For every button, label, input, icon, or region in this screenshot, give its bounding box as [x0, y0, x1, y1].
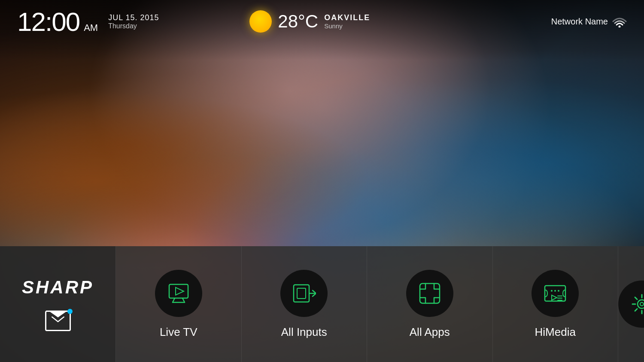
svg-line-29: [635, 309, 637, 311]
menu-item-live-tv[interactable]: Live TV: [116, 246, 242, 362]
date-line2: Thursday: [108, 22, 159, 30]
svg-rect-1: [169, 284, 188, 298]
all-apps-label: All Apps: [410, 326, 450, 339]
all-inputs-icon-circle: [280, 270, 328, 317]
weather-city: OAKVILLE: [324, 13, 370, 22]
svg-line-3: [182, 298, 185, 302]
date-section: JUL 15. 2015 Thursday: [108, 13, 159, 30]
network-section: Network Name: [551, 15, 627, 27]
svg-rect-10: [297, 288, 306, 299]
live-tv-icon-circle: [155, 270, 202, 317]
message-badge: [67, 309, 73, 314]
all-inputs-label: All Inputs: [281, 326, 327, 339]
header-bar: 12:00 AM JUL 15. 2015 Thursday 28°C OAKV…: [0, 0, 644, 43]
settings-icon-circle: [618, 281, 644, 328]
menu-item-all-apps[interactable]: All Apps: [367, 246, 493, 362]
weather-section: 28°C OAKVILLE Sunny: [249, 10, 370, 33]
menu-bar: SHARP Live TV: [0, 246, 644, 362]
svg-line-2: [173, 298, 175, 302]
himedia-label: HiMedia: [535, 326, 576, 339]
network-name-label: Network Name: [551, 17, 608, 27]
menu-item-himedia[interactable]: HiMedia: [493, 246, 619, 362]
weather-sun-icon: [249, 10, 272, 33]
menu-item-settings-partial[interactable]: [618, 246, 644, 362]
menu-item-all-inputs[interactable]: All Inputs: [242, 246, 368, 362]
svg-line-26: [635, 297, 637, 299]
clock-display: 12:00: [17, 6, 79, 37]
brand-panel: SHARP: [0, 246, 116, 362]
svg-rect-11: [420, 284, 440, 303]
live-tv-label: Live TV: [160, 326, 197, 339]
message-icon-wrap[interactable]: [45, 311, 71, 331]
himedia-icon-circle: [532, 270, 579, 317]
svg-rect-6: [294, 285, 309, 302]
weather-info: OAKVILLE Sunny: [324, 13, 370, 30]
svg-point-0: [619, 26, 621, 28]
time-section: 12:00 AM: [17, 6, 98, 37]
svg-point-20: [638, 300, 644, 308]
weather-temperature: 28°C: [278, 11, 318, 32]
svg-point-14: [554, 290, 556, 292]
wifi-icon: [612, 15, 627, 27]
message-icon: [45, 311, 71, 331]
svg-marker-16: [552, 295, 557, 300]
all-apps-icon-circle: [406, 270, 453, 317]
svg-point-13: [551, 290, 553, 292]
svg-point-15: [558, 290, 559, 292]
svg-point-21: [640, 302, 644, 306]
clock-ampm: AM: [84, 22, 98, 33]
sharp-logo: SHARP: [22, 277, 94, 298]
date-line1: JUL 15. 2015: [108, 13, 159, 22]
weather-condition: Sunny: [324, 22, 370, 30]
svg-marker-5: [176, 287, 184, 295]
